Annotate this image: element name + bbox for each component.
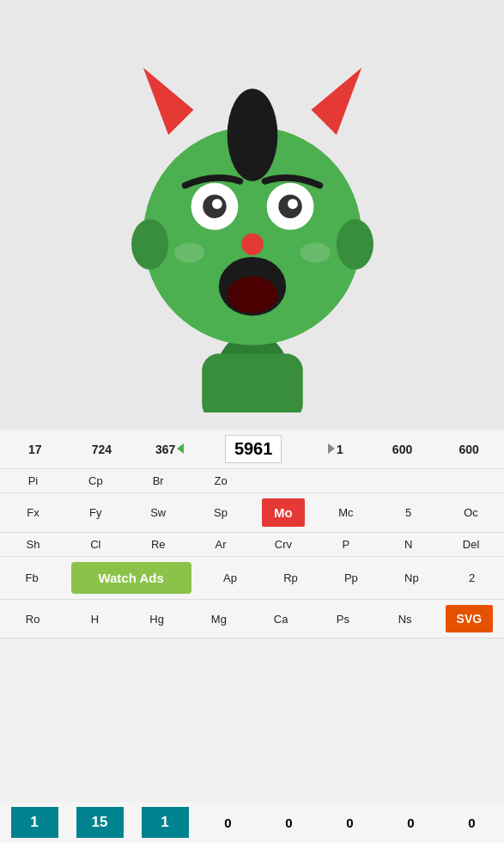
- label-p[interactable]: P: [325, 538, 367, 551]
- bottom-0c: 0: [329, 809, 372, 837]
- score-main: 5961: [225, 435, 282, 463]
- svg-point-19: [300, 242, 330, 262]
- label-zo[interactable]: Zo: [199, 474, 242, 487]
- bottom-15: 15: [76, 807, 124, 838]
- character-illustration: [89, 17, 416, 412]
- label-mo[interactable]: Mo: [262, 498, 305, 527]
- score-1: 1: [323, 443, 349, 456]
- character-area: [0, 0, 504, 430]
- label-pp[interactable]: Pp: [330, 571, 373, 584]
- label-cl[interactable]: Cl: [74, 538, 117, 551]
- svg-point-13: [212, 199, 222, 209]
- svg-rect-1: [202, 353, 302, 412]
- label-mg[interactable]: Mg: [197, 613, 240, 626]
- label-row-5: Ro H Hg Mg Ca Ps Ns SVG: [0, 600, 504, 638]
- label-mc[interactable]: Mc: [325, 506, 367, 519]
- score-17: 17: [22, 443, 48, 456]
- label-ns[interactable]: Ns: [384, 613, 427, 626]
- label-fb[interactable]: Fb: [10, 571, 53, 584]
- svg-point-4: [336, 219, 373, 270]
- bottom-1b: 1: [142, 807, 189, 838]
- label-del[interactable]: Del: [450, 538, 493, 551]
- label-rp[interactable]: Rp: [269, 571, 312, 584]
- bottom-score-row: 1 15 1 0 0 0 0 0: [0, 802, 504, 843]
- score-600a: 600: [390, 443, 416, 456]
- label-h[interactable]: H: [73, 613, 116, 626]
- score-724: 724: [88, 443, 114, 456]
- label-sh[interactable]: Sh: [11, 538, 54, 551]
- label-sw[interactable]: Sw: [137, 506, 179, 519]
- svg-marker-6: [311, 68, 361, 135]
- bottom-0b: 0: [268, 809, 311, 837]
- label-fx[interactable]: Fx: [11, 506, 54, 519]
- label-oc[interactable]: Oc: [450, 506, 493, 519]
- label-row-1: Pi Cp Br Zo: [0, 469, 504, 493]
- svg-marker-5: [143, 68, 193, 135]
- label-row-2: Fx Fy Sw Sp Mo Mc 5 Oc: [0, 493, 504, 533]
- svg-point-3: [131, 219, 168, 270]
- label-hg[interactable]: Hg: [136, 613, 179, 626]
- score-row: 17 724 367 5961 1 600 600: [0, 430, 504, 469]
- label-fy[interactable]: Fy: [74, 506, 117, 519]
- label-5[interactable]: 5: [387, 506, 430, 519]
- bottom-1: 1: [11, 807, 58, 838]
- svg-point-18: [173, 242, 203, 262]
- watch-ads-button[interactable]: Watch Ads: [71, 562, 191, 594]
- label-row-3: Sh Cl Re Ar Crv P N Del: [0, 533, 504, 557]
- svg-point-15: [241, 234, 263, 255]
- label-cp[interactable]: Cp: [74, 474, 117, 487]
- label-np[interactable]: Np: [390, 571, 433, 584]
- label-ca[interactable]: Ca: [259, 613, 302, 626]
- score-600b: 600: [456, 443, 482, 456]
- label-ro[interactable]: Ro: [11, 613, 54, 626]
- label-pi[interactable]: Pi: [11, 474, 54, 487]
- bottom-0e: 0: [451, 809, 494, 837]
- label-ap[interactable]: Ap: [209, 571, 252, 584]
- label-ps[interactable]: Ps: [321, 613, 364, 626]
- label-n[interactable]: N: [387, 538, 430, 551]
- label-row-4: Fb Watch Ads Ap Rp Pp Np 2: [0, 557, 504, 600]
- label-sp[interactable]: Sp: [199, 506, 242, 519]
- game-grid: 17 724 367 5961 1 600 600 Pi Cp Br Zo Fx…: [0, 430, 504, 843]
- bottom-0d: 0: [390, 809, 433, 837]
- label-2[interactable]: 2: [451, 571, 494, 584]
- score-367: 367: [155, 443, 184, 456]
- svg-point-17: [227, 276, 277, 313]
- label-ar[interactable]: Ar: [199, 538, 242, 551]
- label-br[interactable]: Br: [137, 474, 179, 487]
- bottom-0a: 0: [207, 809, 250, 837]
- label-re[interactable]: Re: [137, 538, 179, 551]
- label-svg[interactable]: SVG: [446, 605, 493, 632]
- label-crv[interactable]: Crv: [262, 538, 305, 551]
- svg-point-14: [288, 199, 298, 209]
